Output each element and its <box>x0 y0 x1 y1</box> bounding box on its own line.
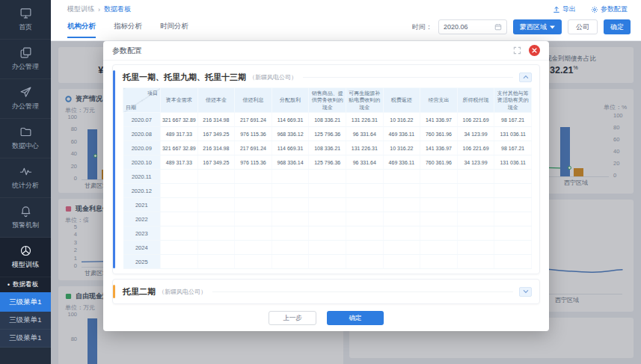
region-dropdown[interactable]: 蒙西区域 <box>513 19 562 34</box>
table-cell <box>346 198 383 212</box>
table-cell <box>494 241 532 255</box>
table-cell: 114 669.31 <box>272 113 309 127</box>
breadcrumb: 模型训练 › 数据看板 <box>67 4 131 14</box>
confirm-button[interactable]: 确定 <box>604 19 631 34</box>
table-cell <box>161 226 198 241</box>
bullet-icon: • <box>7 281 10 289</box>
table-cell <box>494 255 532 269</box>
table-cell <box>197 226 235 241</box>
chevron-up-icon[interactable] <box>519 73 532 82</box>
divider <box>303 77 513 78</box>
sidebar-item-办公管理[interactable]: 办公管理 <box>0 40 51 79</box>
close-icon[interactable] <box>529 45 540 56</box>
table-cell <box>420 212 458 226</box>
table-cell: 216 314.98 <box>197 141 235 155</box>
table-cell: 131 036.11 <box>494 127 532 141</box>
row-date-cell: 2022 <box>123 212 161 226</box>
table-cell <box>309 255 346 269</box>
row-date-cell: 2023 <box>123 226 161 241</box>
param-config-button[interactable]: 参数配置 <box>591 4 628 14</box>
table-cell <box>457 184 494 198</box>
date-input[interactable]: 2020.06 <box>438 19 507 34</box>
table-cell <box>346 226 383 241</box>
modal-body: 托里一期、托里九期、托里十三期 （新疆风电公司） 项目 日期 资本金需求偿还本金… <box>103 61 549 308</box>
table-cell: 489 317.33 <box>161 155 198 170</box>
table-cell <box>309 170 346 184</box>
table-cell <box>383 184 420 198</box>
topbar: 模型训练 › 数据看板 导出 参数配置 机构分析指标分析时间分析 时间： 202… <box>51 0 641 41</box>
section-company: （新疆风电公司） <box>159 288 206 296</box>
modal-title: 参数配置 <box>112 46 142 56</box>
table-cell: 968 336.14 <box>272 155 309 170</box>
table-cell <box>197 170 235 184</box>
sidebar-subitem-数据看板[interactable]: •数据看板 <box>0 277 51 292</box>
table-cell <box>272 212 309 226</box>
table-cell <box>383 170 420 184</box>
table-cell: 469 336.11 <box>383 155 420 170</box>
table-cell <box>383 255 420 269</box>
table-cell <box>272 226 309 241</box>
table-cell <box>346 170 383 184</box>
table-cell <box>197 184 235 198</box>
expand-icon[interactable] <box>513 46 521 55</box>
table-row: 2020.12 <box>123 184 532 198</box>
sidebar-subitem-三级菜单1[interactable]: 三级菜单1 <box>0 312 51 330</box>
table-cell <box>197 198 235 212</box>
table-cell <box>235 170 272 184</box>
table-cell <box>494 184 532 198</box>
export-button[interactable]: 导出 <box>553 4 576 14</box>
modal-confirm-button[interactable]: 确定 <box>327 311 384 325</box>
tab-机构分析[interactable]: 机构分析 <box>67 22 96 38</box>
table-cell <box>235 241 272 255</box>
section-accent <box>113 285 115 298</box>
table-head-row: 项目 日期 资本金需求偿还本金偿还利息分配股利销售商品、提供劳务收到的现金可再生… <box>123 88 532 113</box>
tab-时间分析[interactable]: 时间分析 <box>160 22 188 38</box>
table-cell <box>346 212 383 226</box>
table-row: 2020.07321 667 32.89216 314.98217 691.24… <box>123 113 532 127</box>
table-cell: 106 221.69 <box>457 113 494 127</box>
table-cell: 489 317.33 <box>161 127 198 141</box>
section-title: 托里一期、托里九期、托里十三期 <box>123 72 246 83</box>
send-icon <box>19 86 32 99</box>
row-date-cell: 2020.08 <box>123 127 161 141</box>
previous-step-button[interactable]: 上一步 <box>269 311 316 325</box>
table-column-header: 分配股利 <box>272 88 309 113</box>
sidebar-subitem-三级菜单1[interactable]: 三级菜单1 <box>0 292 51 312</box>
parameter-table: 项目 日期 资本金需求偿还本金偿还利息分配股利销售商品、提供劳务收到的现金可再生… <box>123 87 532 269</box>
table-cell: 216 314.98 <box>197 113 235 127</box>
table-cell: 141 336.97 <box>420 113 458 127</box>
sidebar-item-预警机制[interactable]: 预警机制 <box>0 198 51 238</box>
table-cell <box>161 170 198 184</box>
table-cell <box>272 241 309 255</box>
sidebar-item-模型训练[interactable]: 模型训练 <box>0 238 51 277</box>
table-cell <box>197 241 235 255</box>
table-column-header: 销售商品、提供劳务收到的现金 <box>309 88 346 113</box>
table-cell <box>494 170 532 184</box>
sidebar-submenu: •数据看板三级菜单1三级菜单1三级菜单1 <box>0 277 51 348</box>
table-cell <box>346 241 383 255</box>
folder-icon <box>19 126 32 138</box>
alarm-icon <box>19 205 32 218</box>
table-cell: 125 796.36 <box>309 155 346 170</box>
sidebar-item-办公管理[interactable]: 办公管理 <box>0 79 51 119</box>
table-cell <box>346 184 383 198</box>
company-button[interactable]: 公司 <box>568 19 598 34</box>
chevron-down-icon[interactable] <box>519 287 532 297</box>
sidebar-item-数据中心[interactable]: 数据中心 <box>0 119 51 158</box>
tab-指标分析[interactable]: 指标分析 <box>114 22 142 38</box>
table-cell: 114 669.31 <box>272 141 309 155</box>
table-column-header: 可再生能源补贴电费收到的现金 <box>346 88 383 113</box>
table-cell <box>197 255 235 269</box>
sidebar-item-统计分析[interactable]: 统计分析 <box>0 158 51 198</box>
table-cell: 321 667 32.89 <box>161 141 198 155</box>
breadcrumb-parent[interactable]: 模型训练 <box>67 4 94 14</box>
table-cell: 469 336.11 <box>383 127 420 141</box>
table-column-header: 税费返还 <box>383 88 420 113</box>
table-cell: 217 691.24 <box>235 141 272 155</box>
table-cell: 10 316.22 <box>383 113 420 127</box>
sidebar: 首页办公管理办公管理数据中心统计分析预警机制模型训练 •数据看板三级菜单1三级菜… <box>0 0 51 364</box>
table-cell: 96 331.64 <box>346 127 383 141</box>
sidebar-item-首页[interactable]: 首页 <box>0 0 51 40</box>
sidebar-subitem-三级菜单1[interactable]: 三级菜单1 <box>0 330 51 348</box>
copy-icon <box>19 46 32 59</box>
